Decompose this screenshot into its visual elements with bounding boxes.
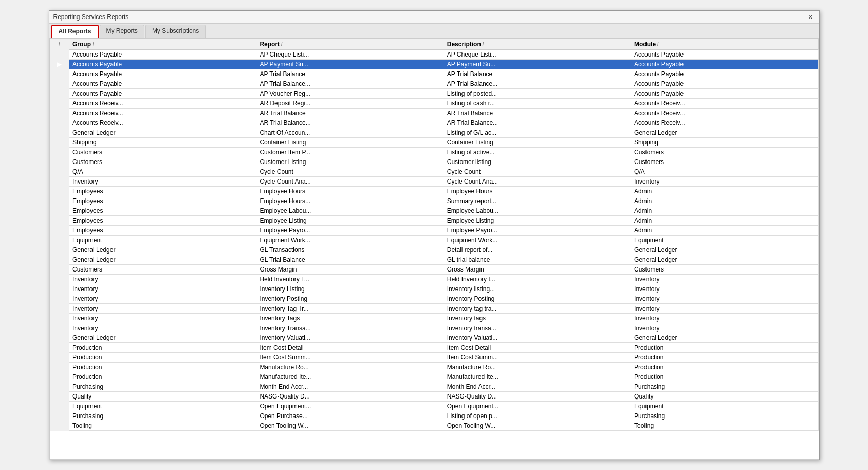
table-row[interactable]: ProductionManufacture Ro...Manufacture R… [50,363,819,372]
cell-module: Customers [631,148,818,157]
cell-description: NASG-Quality D... [444,392,631,402]
cell-group: Inventory [69,314,256,323]
table-row[interactable]: EquipmentOpen Equipment...Open Equipment… [50,402,819,411]
table-row[interactable]: General LedgerGL TransactionsDetail repo… [50,245,819,255]
table-row[interactable]: ProductionManufactured Ite...Manufacture… [50,372,819,382]
cell-report: Open Purchase... [256,411,444,421]
table-row[interactable]: EmployeesEmployee ListingEmployee Listin… [50,216,819,226]
cell-group: Purchasing [69,411,256,421]
cell-module: Accounts Payable [631,50,818,60]
table-row[interactable]: InventoryInventory TagsInventory tagsInv… [50,314,819,323]
table-row[interactable]: Accounts PayableAP Voucher Reg...Listing… [50,89,819,99]
cell-report: Manufacture Ro... [256,363,444,372]
main-window: Reporting Services Reports × All Reports… [49,10,820,460]
cell-description: Inventory tags [444,314,631,323]
col-header-description[interactable]: Description [444,39,631,50]
table-row[interactable]: PurchasingMonth End Accr...Month End Acc… [50,382,819,392]
table-row[interactable]: Accounts Receiv...AR Trial Balance...AR … [50,118,819,128]
cell-group: Accounts Receiv... [69,109,256,118]
row-indicator [50,187,69,196]
row-indicator [50,216,69,226]
table-row[interactable]: InventoryInventory PostingInventory Post… [50,294,819,304]
table-row[interactable]: EmployeesEmployee HoursEmployee HoursAdm… [50,187,819,196]
tab-my-subscriptions[interactable]: My Subscriptions [145,25,206,38]
cell-group: Quality [69,392,256,402]
cell-group: Accounts Payable [69,69,256,79]
tab-my-reports[interactable]: My Reports [100,25,144,38]
table-row[interactable]: InventoryInventory Tag Tr...Inventory ta… [50,304,819,314]
tab-all-reports[interactable]: All Reports [51,25,99,38]
col-header-report[interactable]: Report [256,39,444,50]
cell-group: Equipment [69,236,256,245]
table-row[interactable]: Accounts PayableAP Trial Balance...AP Tr… [50,79,819,89]
table-row[interactable]: EquipmentEquipment Work...Equipment Work… [50,236,819,245]
cell-description: AP Trial Balance [444,69,631,79]
table-row[interactable]: EmployeesEmployee Hours...Summary report… [50,196,819,206]
cell-description: Item Cost Detail [444,343,631,353]
table-row[interactable]: Q/ACycle CountCycle CountQ/A [50,167,819,177]
cell-report: AP Trial Balance... [256,79,444,89]
reports-table-container[interactable]: Group Report Description Module Accounts… [49,38,819,460]
table-row[interactable]: ShippingContainer ListingContainer Listi… [50,138,819,148]
table-row[interactable]: PurchasingOpen Purchase...Listing of ope… [50,411,819,421]
cell-group: Equipment [69,402,256,411]
cell-report: Gross Margin [256,265,444,275]
table-row[interactable]: Accounts PayableAP Trial BalanceAP Trial… [50,69,819,79]
cell-group: Inventory [69,284,256,294]
cell-description: GL trial balance [444,255,631,265]
cell-module: Inventory [631,284,818,294]
cell-description: Open Tooling W... [444,421,631,431]
row-indicator [50,196,69,206]
cell-description: AP Cheque Listi... [444,50,631,60]
table-row[interactable]: EmployeesEmployee Labou...Employee Labou… [50,206,819,216]
table-row[interactable]: ProductionItem Cost Summ...Item Cost Sum… [50,353,819,363]
close-button[interactable]: × [806,13,815,21]
table-row[interactable]: InventoryInventory Transa...Inventory tr… [50,323,819,333]
table-row[interactable]: Accounts Receiv...AR Deposit Regi...List… [50,99,819,109]
table-row[interactable]: CustomersCustomer Item P...Listing of ac… [50,148,819,157]
row-indicator [50,167,69,177]
cell-group: Shipping [69,138,256,148]
title-bar: Reporting Services Reports × [49,11,819,24]
cell-group: Inventory [69,323,256,333]
cell-report: Employee Hours [256,187,444,196]
cell-report: Chart Of Accoun... [256,128,444,138]
cell-module: Q/A [631,167,818,177]
cell-module: Inventory [631,323,818,333]
table-row[interactable]: CustomersCustomer ListingCustomer listin… [50,157,819,167]
cell-module: Shipping [631,138,818,148]
cell-report: AP Voucher Reg... [256,89,444,99]
cell-group: Employees [69,196,256,206]
cell-module: Production [631,343,818,353]
cell-report: Inventory Posting [256,294,444,304]
window-title: Reporting Services Reports [53,13,129,21]
table-row[interactable]: ToolingOpen Tooling W...Open Tooling W..… [50,421,819,431]
table-row[interactable]: QualityNASG-Quality D...NASG-Quality D..… [50,392,819,402]
tab-bar: All Reports My Reports My Subscriptions [49,24,819,38]
table-row[interactable]: InventoryCycle Count Ana...Cycle Count A… [50,177,819,187]
table-row[interactable]: ▶Accounts PayableAP Payment Su...AP Paym… [50,60,819,69]
cell-module: Admin [631,206,818,216]
cell-report: Item Cost Detail [256,343,444,353]
table-row[interactable]: General LedgerInventory Valuati...Invent… [50,333,819,343]
table-row[interactable]: Accounts PayableAP Cheque Listi...AP Che… [50,50,819,60]
row-indicator [50,314,69,323]
col-header-module[interactable]: Module [631,39,818,50]
cell-description: Manufactured Ite... [444,372,631,382]
cell-module: Admin [631,226,818,236]
table-row[interactable]: InventoryHeld Inventory T...Held Invento… [50,275,819,284]
table-row[interactable]: Accounts Receiv...AR Trial BalanceAR Tri… [50,109,819,118]
table-row[interactable]: General LedgerGL Trial BalanceGL trial b… [50,255,819,265]
table-row[interactable]: ProductionItem Cost DetailItem Cost Deta… [50,343,819,353]
table-row[interactable]: General LedgerChart Of Accoun...Listing … [50,128,819,138]
cell-module: Accounts Receiv... [631,118,818,128]
col-header-group[interactable]: Group [69,39,256,50]
table-row[interactable]: InventoryInventory ListingInventory list… [50,284,819,294]
cell-module: Production [631,363,818,372]
cell-group: Customers [69,157,256,167]
row-indicator: ▶ [50,60,69,69]
table-row[interactable]: EmployeesEmployee Payro...Employee Payro… [50,226,819,236]
row-indicator [50,128,69,138]
cell-description: Listing of open p... [444,411,631,421]
table-row[interactable]: CustomersGross MarginGross MarginCustome… [50,265,819,275]
